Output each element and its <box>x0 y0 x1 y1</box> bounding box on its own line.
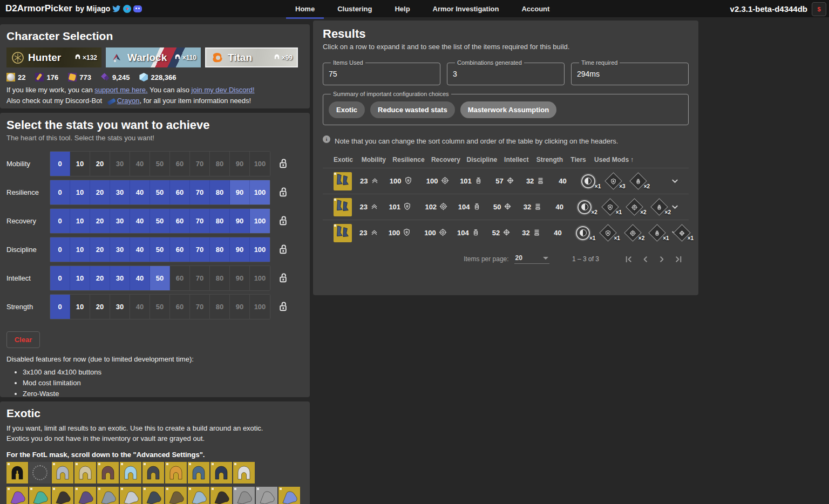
twitter-icon[interactable] <box>112 4 121 13</box>
stat-tile-70[interactable]: 70 <box>190 180 210 205</box>
stat-tile-90[interactable]: 90 <box>230 180 250 205</box>
exotic-tile[interactable] <box>142 462 164 483</box>
stat-tile-80[interactable]: 80 <box>210 209 230 233</box>
stat-tile-100[interactable]: 100 <box>250 152 270 176</box>
stat-tile-0[interactable]: 0 <box>50 295 70 319</box>
column-header-exotic[interactable]: Exotic <box>334 156 362 164</box>
stat-tile-50[interactable]: 50 <box>150 266 170 290</box>
next-page-button[interactable] <box>657 255 667 264</box>
stat-tile-0[interactable]: 0 <box>50 266 70 290</box>
stat-tile-50[interactable]: 50 <box>150 180 170 205</box>
stat-tile-70[interactable]: 70 <box>190 266 210 290</box>
donate-button[interactable]: $ <box>812 2 826 16</box>
stat-tile-100[interactable]: 100 <box>250 180 270 205</box>
stat-tile-10[interactable]: 10 <box>70 237 90 262</box>
last-page-button[interactable] <box>674 255 683 264</box>
stat-tile-80[interactable]: 80 <box>210 295 230 319</box>
exotic-tile[interactable] <box>6 462 28 483</box>
nav-item-clustering[interactable]: Clustering <box>326 0 383 17</box>
stat-tile-60[interactable]: 60 <box>170 209 190 233</box>
stat-tile-10[interactable]: 10 <box>70 180 90 205</box>
stat-tile-0[interactable]: 0 <box>50 152 70 176</box>
stat-tile-60[interactable]: 60 <box>170 180 190 205</box>
stat-tile-70[interactable]: 70 <box>190 295 210 319</box>
stat-tile-90[interactable]: 90 <box>230 266 250 290</box>
result-row[interactable]: 23101102104503240×2×1×2×2 <box>323 194 689 220</box>
lock-icon[interactable] <box>277 186 289 199</box>
stat-tile-30[interactable]: 30 <box>110 152 130 176</box>
nav-item-home[interactable]: Home <box>284 0 326 17</box>
expand-row-icon[interactable] <box>671 203 679 211</box>
stat-tile-20[interactable]: 20 <box>90 295 110 319</box>
exotic-tile[interactable] <box>52 487 73 504</box>
stat-tile-30[interactable]: 30 <box>110 209 130 233</box>
exotic-tile[interactable] <box>256 487 277 504</box>
column-header-used-mods[interactable]: Used Mods↑ <box>594 156 689 164</box>
discord-icon[interactable] <box>133 5 142 12</box>
column-header-resilience[interactable]: Resilience <box>392 156 431 164</box>
stat-tile-50[interactable]: 50 <box>150 237 170 262</box>
exotic-tile[interactable] <box>74 487 96 504</box>
exotic-tile[interactable] <box>165 462 187 483</box>
lock-icon[interactable] <box>277 215 289 227</box>
first-page-button[interactable] <box>624 255 633 264</box>
exotic-tile[interactable] <box>210 462 232 483</box>
exotic-tile[interactable] <box>188 462 209 483</box>
stat-tile-0[interactable]: 0 <box>50 180 70 205</box>
stat-tile-80[interactable]: 80 <box>210 180 230 205</box>
stat-tile-100[interactable]: 100 <box>250 295 270 319</box>
stat-tile-10[interactable]: 10 <box>70 295 90 319</box>
stat-tile-80[interactable]: 80 <box>210 237 230 262</box>
stat-tile-100[interactable]: 100 <box>250 237 270 262</box>
column-header-discipline[interactable]: Discipline <box>467 156 505 164</box>
clear-button[interactable]: Clear <box>6 331 40 348</box>
stat-tile-40[interactable]: 40 <box>130 266 150 290</box>
result-row[interactable]: 23100100101573240×1×3×2 <box>323 168 689 194</box>
stat-tile-100[interactable]: 100 <box>250 266 270 290</box>
stat-tile-30[interactable]: 30 <box>110 237 130 262</box>
config-chip-reduce-wasted-stats[interactable]: Reduce wasted stats <box>370 101 455 118</box>
exotic-tile[interactable] <box>233 487 255 504</box>
lock-icon[interactable] <box>277 243 289 256</box>
nav-item-account[interactable]: Account <box>510 0 561 17</box>
stat-tile-80[interactable]: 80 <box>210 152 230 176</box>
exotic-tile[interactable] <box>97 487 119 504</box>
column-header-intellect[interactable]: Intellect <box>504 156 536 164</box>
lock-icon[interactable] <box>277 158 289 170</box>
nav-item-armor-investigation[interactable]: Armor Investigation <box>422 0 511 17</box>
page-size-select[interactable]: 20 <box>514 254 549 264</box>
stat-tile-70[interactable]: 70 <box>190 209 210 233</box>
exotic-tile[interactable] <box>120 487 141 504</box>
crayon-link[interactable]: Crayon <box>117 97 140 105</box>
exotic-tile[interactable] <box>188 487 209 504</box>
column-header-mobility[interactable]: Mobility <box>362 156 393 164</box>
stat-tile-40[interactable]: 40 <box>130 180 150 205</box>
stat-tile-30[interactable]: 30 <box>110 295 130 319</box>
stat-tile-90[interactable]: 90 <box>230 295 250 319</box>
stat-tile-40[interactable]: 40 <box>130 152 150 176</box>
class-button-titan[interactable]: Titan×99 <box>205 47 298 67</box>
stat-tile-100[interactable]: 100 <box>250 209 270 233</box>
result-row[interactable]: 23100100104523240×1×1×2×1×1 <box>323 220 689 246</box>
stat-tile-90[interactable]: 90 <box>230 209 250 233</box>
stat-tile-60[interactable]: 60 <box>170 237 190 262</box>
stat-tile-0[interactable]: 0 <box>50 209 70 233</box>
config-chip-masterwork-assumption[interactable]: Masterwork Assumption <box>460 101 557 118</box>
stat-tile-50[interactable]: 50 <box>150 152 170 176</box>
stat-tile-70[interactable]: 70 <box>190 152 210 176</box>
lock-icon[interactable] <box>277 272 289 284</box>
stat-tile-60[interactable]: 60 <box>170 266 190 290</box>
stat-tile-50[interactable]: 50 <box>150 209 170 233</box>
exotic-tile[interactable] <box>52 462 73 483</box>
exotic-tile[interactable] <box>210 487 232 504</box>
column-header-tiers[interactable]: Tiers <box>570 156 594 164</box>
stat-tile-20[interactable]: 20 <box>90 266 110 290</box>
class-button-warlock[interactable]: Warlock×110 <box>106 47 201 67</box>
dev-discord-link[interactable]: join my dev Discord! <box>192 86 255 94</box>
nav-item-help[interactable]: Help <box>383 0 421 17</box>
exotic-tile[interactable] <box>97 462 119 483</box>
class-button-hunter[interactable]: Hunter×132 <box>6 47 101 67</box>
stat-tile-70[interactable]: 70 <box>190 237 210 262</box>
stat-tile-0[interactable]: 0 <box>50 237 70 262</box>
exotic-tile[interactable] <box>233 462 255 483</box>
